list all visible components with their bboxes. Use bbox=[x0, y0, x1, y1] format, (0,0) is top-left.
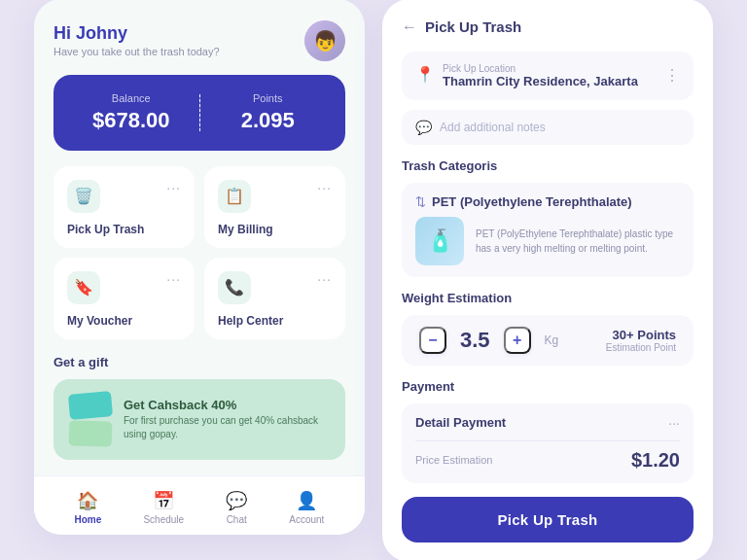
notes-icon: 💬 bbox=[415, 120, 432, 135]
payment-header: Detail Payment ··· bbox=[415, 415, 680, 441]
points-label: Points bbox=[212, 92, 325, 104]
menu-card-top-2: 📋 ··· bbox=[218, 180, 332, 213]
pickup-loc-label: Pick Up Location bbox=[443, 63, 638, 74]
menu-dots-4[interactable]: ··· bbox=[317, 271, 332, 287]
balance-value: $678.00 bbox=[75, 108, 188, 133]
divider bbox=[199, 94, 200, 131]
menu-dots-2[interactable]: ··· bbox=[317, 180, 332, 195]
menu-card-pickup[interactable]: 🗑️ ··· Pick Up Trash bbox=[53, 166, 195, 248]
menu-card-top-3: 🔖 ··· bbox=[67, 271, 181, 304]
nav-chat[interactable]: 💬 Chat bbox=[226, 490, 247, 525]
balance-label: Balance bbox=[75, 92, 188, 104]
weight-section-title: Weight Estimation bbox=[402, 291, 694, 305]
trash-cat-body: 🧴 PET (PolyEthylene Terephthalate) plast… bbox=[415, 217, 680, 265]
weight-card: − 3.5 + Kg 30+ Points Estimation Point bbox=[402, 315, 694, 366]
balance-section: Balance $678.00 bbox=[75, 92, 188, 133]
gift-card-desc: For first purchase you can get 40% cahsb… bbox=[124, 414, 330, 441]
trash-cat-header: ⇅ PET (Polyethylene Terephthalate) bbox=[415, 194, 680, 209]
bottom-nav: 🏠 Home 📅 Schedule 💬 Chat 👤 Account bbox=[34, 475, 365, 535]
menu-label-help: Help Center bbox=[218, 314, 332, 328]
category-name: PET (Polyethylene Terephthalate) bbox=[432, 194, 632, 209]
price-estimation-label: Price Estimation bbox=[415, 454, 492, 466]
payment-section-title: Payment bbox=[402, 379, 694, 394]
trash-image: 🧴 bbox=[415, 217, 464, 265]
weight-controls: − 3.5 + Kg bbox=[419, 327, 558, 354]
card-1 bbox=[68, 391, 113, 420]
detail-payment-label: Detail Payment bbox=[415, 415, 506, 430]
greeting: Hi Johny Have you take out the trash tod… bbox=[53, 23, 220, 57]
nav-schedule-label: Schedule bbox=[143, 514, 184, 525]
pickup-loc-value: Thamrin City Residence, Jakarta bbox=[443, 74, 638, 88]
trash-category-card: ⇅ PET (Polyethylene Terephthalate) 🧴 PET… bbox=[402, 183, 694, 277]
payment-options-icon[interactable]: ··· bbox=[668, 415, 680, 431]
weight-unit: Kg bbox=[545, 333, 559, 347]
pickup-location-card[interactable]: 📍 Pick Up Location Thamrin City Residenc… bbox=[402, 52, 694, 100]
weight-points: 30+ Points Estimation Point bbox=[606, 328, 676, 353]
avatar: 👦 bbox=[304, 20, 345, 61]
notes-input[interactable]: 💬 Add additional notes bbox=[402, 110, 694, 145]
payment-row: Price Estimation $1.20 bbox=[415, 449, 680, 472]
price-value: $1.20 bbox=[631, 449, 680, 472]
nav-home[interactable]: 🏠 Home bbox=[75, 490, 102, 525]
nav-home-label: Home bbox=[75, 514, 102, 525]
weight-minus-button[interactable]: − bbox=[419, 327, 446, 354]
gift-text: Get Cahsback 40% For first purchase you … bbox=[124, 398, 330, 441]
weight-plus-button[interactable]: + bbox=[504, 327, 531, 354]
trash-description: PET (PolyEthylene Terephthalate) plastic… bbox=[476, 227, 680, 256]
location-options-icon[interactable]: ⋮ bbox=[664, 66, 680, 85]
right-phone: ← Pick Up Trash 📍 Pick Up Location Thamr… bbox=[382, 0, 713, 560]
pickup-button[interactable]: Pick Up Trash bbox=[402, 497, 694, 542]
points-estimate-label: Estimation Point bbox=[606, 342, 676, 353]
gift-card-title: Get Cahsback 40% bbox=[124, 398, 330, 412]
menu-card-billing[interactable]: 📋 ··· My Billing bbox=[204, 166, 345, 248]
voucher-icon: 🔖 bbox=[67, 271, 100, 304]
expand-icon[interactable]: ⇅ bbox=[415, 194, 426, 209]
location-icon: 📍 bbox=[415, 65, 435, 84]
pickup-icon: 🗑️ bbox=[67, 180, 100, 213]
pickup-loc-text: Pick Up Location Thamrin City Residence,… bbox=[443, 63, 638, 88]
back-arrow-icon[interactable]: ← bbox=[402, 18, 417, 36]
gift-title: Get a gift bbox=[53, 355, 345, 369]
trash-section-title: Trash Categoris bbox=[402, 158, 694, 173]
points-estimate: 30+ Points bbox=[606, 328, 676, 342]
billing-icon: 📋 bbox=[218, 180, 251, 213]
avatar-image: 👦 bbox=[304, 20, 345, 61]
left-phone: Hi Johny Have you take out the trash tod… bbox=[34, 0, 365, 535]
nav-schedule[interactable]: 📅 Schedule bbox=[143, 490, 184, 525]
weight-value: 3.5 bbox=[460, 328, 490, 353]
menu-label-voucher: My Voucher bbox=[67, 314, 181, 328]
header-left: Hi Johny Have you take out the trash tod… bbox=[53, 20, 345, 61]
notes-placeholder: Add additional notes bbox=[440, 121, 546, 134]
pickup-loc-left: 📍 Pick Up Location Thamrin City Residenc… bbox=[415, 63, 638, 88]
balance-card: Balance $678.00 Points 2.095 bbox=[53, 75, 345, 151]
menu-grid: 🗑️ ··· Pick Up Trash 📋 ··· My Billing 🔖 … bbox=[53, 166, 345, 339]
menu-card-top-4: 📞 ··· bbox=[218, 271, 332, 304]
back-row: ← Pick Up Trash bbox=[402, 18, 694, 36]
help-icon: 📞 bbox=[218, 271, 251, 304]
card-2 bbox=[69, 420, 113, 447]
chat-icon: 💬 bbox=[226, 490, 247, 511]
nav-account[interactable]: 👤 Account bbox=[289, 490, 324, 525]
schedule-icon: 📅 bbox=[153, 490, 174, 511]
menu-label-billing: My Billing bbox=[218, 223, 332, 236]
payment-card: Detail Payment ··· Price Estimation $1.2… bbox=[402, 403, 694, 483]
menu-dots-3[interactable]: ··· bbox=[166, 271, 181, 287]
gift-cards-icon bbox=[69, 393, 112, 446]
greeting-subtitle: Have you take out the trash today? bbox=[53, 46, 220, 57]
nav-chat-label: Chat bbox=[227, 514, 247, 525]
greeting-title: Hi Johny bbox=[53, 23, 220, 44]
account-icon: 👤 bbox=[296, 490, 317, 511]
home-icon: 🏠 bbox=[77, 490, 98, 511]
page-title: Pick Up Trash bbox=[425, 18, 521, 35]
nav-account-label: Account bbox=[289, 514, 324, 525]
menu-label-pickup: Pick Up Trash bbox=[67, 223, 181, 236]
menu-card-voucher[interactable]: 🔖 ··· My Voucher bbox=[53, 258, 195, 339]
points-value: 2.095 bbox=[212, 108, 325, 133]
menu-card-top: 🗑️ ··· bbox=[67, 180, 181, 213]
gift-card[interactable]: Get Cahsback 40% For first purchase you … bbox=[53, 379, 345, 460]
points-section: Points 2.095 bbox=[212, 92, 325, 133]
menu-dots-1[interactable]: ··· bbox=[166, 180, 181, 195]
menu-card-help[interactable]: 📞 ··· Help Center bbox=[204, 258, 345, 339]
